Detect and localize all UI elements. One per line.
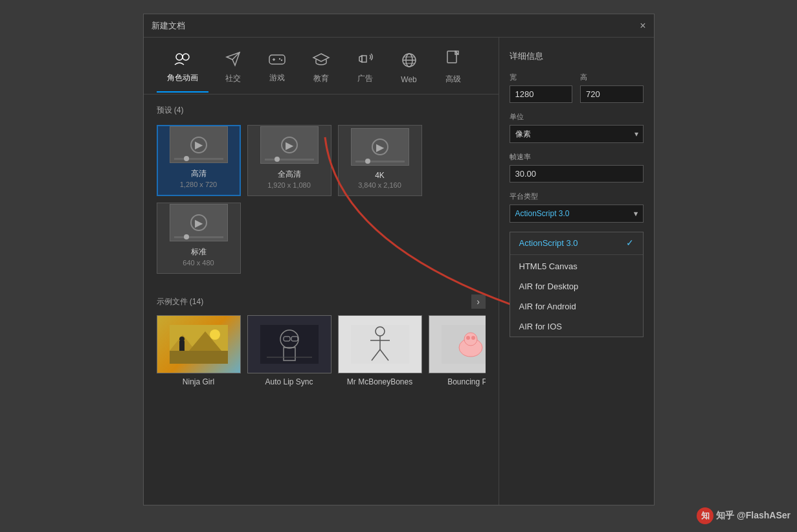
sample-bones[interactable]: Mr McBoneyBones	[338, 315, 422, 386]
play-icon-hd: ▶	[195, 139, 203, 151]
tab-ad[interactable]: 广告	[346, 46, 385, 93]
preset-4k[interactable]: ▶ 4K 3,840 x 2,160	[338, 125, 422, 196]
dropdown-item-html5[interactable]: HTML5 Canvas	[510, 256, 643, 276]
tab-education[interactable]: 教育	[302, 46, 341, 93]
tab-education-label: 教育	[313, 73, 329, 84]
tab-game-label: 游戏	[269, 72, 285, 83]
preset-hd-thumb: ▶	[170, 126, 228, 163]
preset-std-thumb: ▶	[170, 204, 228, 241]
dropdown-item-as3[interactable]: ActionScript 3.0 ✓	[510, 232, 643, 253]
svg-rect-7	[362, 56, 366, 62]
character-icon	[174, 52, 192, 69]
svg-rect-22	[260, 325, 319, 364]
tab-character[interactable]: 角色动画	[157, 47, 208, 93]
sample-bones-name: Mr McBoneyBones	[347, 377, 412, 386]
preset-fhd-size: 1,920 x 1,080	[267, 181, 311, 189]
height-group: 高	[580, 72, 644, 103]
play-icon-fhd: ▶	[286, 139, 293, 151]
watermark-text: 知乎 @FlashASer	[716, 510, 791, 522]
play-icon-std: ▶	[195, 217, 203, 229]
watermark: 知 知乎 @FlashASer	[697, 507, 791, 524]
content-area: 角色动画 社交	[144, 38, 654, 505]
sample-lips[interactable]: Auto Lip Sync	[247, 315, 331, 386]
tab-advanced-label: 高级	[445, 74, 461, 85]
platform-label: 平台类型	[510, 192, 644, 201]
svg-point-36	[464, 333, 477, 346]
svg-rect-2	[269, 55, 285, 64]
right-panel: 详细信息 宽 高 单位 像素 帧	[499, 38, 654, 505]
svg-point-5	[278, 58, 280, 60]
svg-rect-16	[170, 351, 228, 364]
dropdown-container: ActionScript 3.0 ✓ HTML5 Canvas AIR for …	[510, 232, 644, 337]
svg-point-19	[210, 329, 220, 340]
preset-fhd-thumb: ▶	[260, 126, 319, 164]
sample-pig[interactable]: Bouncing Pig	[429, 315, 486, 386]
preset-hd-name: 高清	[191, 168, 207, 179]
svg-point-37	[466, 336, 470, 340]
progress-dot-fhd	[275, 157, 280, 162]
new-document-dialog: 新建文档 × 角色动画	[143, 14, 655, 505]
unit-group: 单位 像素	[510, 112, 644, 143]
progress-bar-hd	[174, 158, 223, 160]
tab-game[interactable]: 游戏	[258, 47, 297, 93]
web-icon	[401, 52, 418, 71]
unit-select-wrapper: 像素	[510, 125, 644, 143]
sample-ninja[interactable]: Ninja Girl	[157, 315, 241, 386]
ad-icon	[357, 51, 373, 69]
education-icon	[312, 51, 330, 69]
close-button[interactable]: ×	[640, 21, 645, 31]
category-tabs: 角色动画 社交	[144, 38, 499, 94]
preset-std[interactable]: ▶ 标准 640 x 480	[157, 203, 241, 274]
zhihu-logo: 知	[697, 507, 713, 524]
samples-title: 示例文件 (14)	[157, 296, 204, 307]
dialog-title: 新建文档	[152, 20, 185, 32]
tab-web-label: Web	[401, 75, 416, 84]
tab-social-label: 社交	[225, 73, 241, 84]
game-icon	[268, 52, 286, 69]
dropdown-item-air-desktop[interactable]: AIR for Desktop	[510, 276, 643, 296]
play-icon-4k: ▶	[376, 141, 384, 153]
height-input[interactable]	[580, 85, 644, 103]
platform-select-wrapper[interactable]: ActionScript 3.0 ▾	[510, 205, 644, 223]
tab-advanced[interactable]: 高级	[434, 45, 473, 94]
svg-point-21	[179, 337, 185, 342]
tab-character-label: 角色动画	[167, 72, 198, 83]
tab-ad-label: 广告	[357, 73, 373, 84]
preset-4k-thumb: ▶	[351, 128, 409, 166]
preset-std-name: 标准	[191, 247, 207, 258]
framerate-input[interactable]	[510, 165, 644, 183]
left-panel: 角色动画 社交	[144, 38, 499, 505]
samples-next-button[interactable]: ›	[471, 294, 486, 309]
preset-hd[interactable]: ▶ 高清 1,280 x 720	[157, 125, 241, 196]
progress-dot-std	[184, 234, 189, 239]
preset-fhd-name: 全高清	[278, 169, 301, 180]
preset-hd-size: 1,280 x 720	[180, 181, 218, 188]
unit-label: 单位	[510, 112, 644, 122]
dropdown-item-air-android[interactable]: AIR for Android	[510, 296, 643, 316]
progress-dot-hd	[184, 156, 189, 161]
width-input[interactable]	[510, 85, 573, 103]
checkmark-as3: ✓	[626, 238, 634, 248]
platform-arrow: ▾	[634, 209, 638, 218]
width-label: 宽	[510, 72, 573, 82]
preset-4k-name: 4K	[375, 171, 385, 180]
dropdown-item-air-ios[interactable]: AIR for IOS	[510, 316, 643, 337]
framerate-label: 帧速率	[510, 152, 644, 162]
tab-social[interactable]: 社交	[214, 46, 253, 93]
preset-fhd[interactable]: ▶ 全高清 1,920 x 1,080	[247, 125, 331, 196]
sample-pig-thumb	[429, 315, 486, 373]
tab-web[interactable]: Web	[390, 47, 429, 93]
sample-lips-thumb	[247, 315, 331, 373]
sample-ninja-name: Ninja Girl	[183, 377, 214, 386]
platform-group: 平台类型 ActionScript 3.0 ▾	[510, 192, 644, 223]
framerate-group: 帧速率	[510, 152, 644, 183]
title-bar: 新建文档 ×	[144, 14, 654, 38]
presets-title: 预设 (4)	[157, 105, 486, 116]
svg-point-6	[280, 60, 282, 61]
presets-section: 预设 (4) ▶ 高清 1,280 x 720	[144, 94, 499, 284]
progress-bar-std	[174, 236, 223, 238]
preset-4k-size: 3,840 x 2,160	[358, 181, 401, 189]
sample-pig-name: Bouncing Pig	[447, 377, 485, 386]
unit-select[interactable]: 像素	[510, 125, 644, 143]
details-title: 详细信息	[510, 50, 644, 62]
